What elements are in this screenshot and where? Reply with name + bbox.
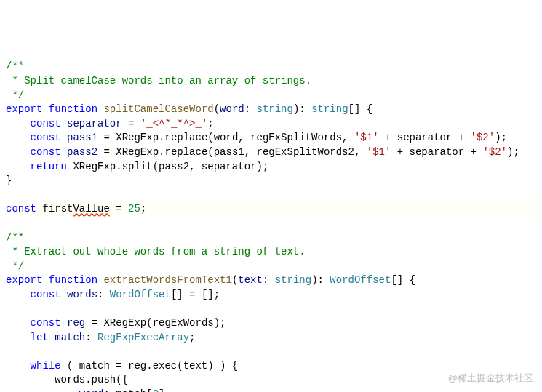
var-name: reg (67, 317, 85, 329)
string-literal: '_<^*_*^>_' (140, 118, 207, 129)
string-literal: '$1' (354, 132, 379, 143)
var-name: separator (67, 118, 122, 129)
keyword-export: export (6, 274, 42, 286)
string-literal: '$2' (482, 146, 507, 158)
expression: XRegExp.replace(word, regExSplitWords, (116, 132, 354, 143)
number-literal: 0 (153, 388, 159, 392)
param-name: word (220, 103, 244, 115)
keyword-function: function (49, 103, 97, 115)
keyword-const: const (6, 203, 36, 215)
keyword-export: export (6, 103, 42, 115)
comment-line: */ (6, 260, 24, 272)
comment-line: */ (6, 89, 24, 101)
operator: + separator + (379, 132, 471, 143)
watermark: @稀土掘金技术社区 (448, 372, 533, 385)
type-name: RegExpExecArray (97, 332, 189, 343)
keyword-return: return (31, 161, 67, 172)
expression: : match[ (103, 388, 152, 392)
string-literal: '$2' (471, 132, 495, 143)
type-name: WordOffset (330, 274, 391, 286)
operator: + separator + (391, 146, 482, 158)
var-name: firstVallue (42, 203, 109, 215)
keyword-const: const (31, 317, 61, 329)
number-literal: 25 (128, 203, 140, 215)
expression: = XRegExp(regExWords); (85, 317, 226, 329)
comment-line: /** (6, 232, 24, 244)
keyword-let: let (31, 332, 49, 343)
param-name: text (238, 274, 263, 286)
comment-line: * Extract out whole words from a string … (6, 246, 306, 257)
function-name: extractWordsFromText1 (103, 274, 231, 286)
var-name: words (67, 289, 97, 300)
expression: ( match = reg.exec(text) ) { (61, 360, 239, 372)
expression: XRegExp.replace(pass1, regExSplitWords2, (116, 146, 366, 158)
keyword-function: function (49, 274, 97, 286)
string-literal: '$1' (367, 146, 391, 158)
code-line: words.push({ (6, 374, 128, 385)
comment-line: * Split camelCase words into an array of… (6, 75, 311, 87)
keyword-const: const (31, 146, 61, 158)
keyword-while: while (31, 360, 61, 372)
type-name: WordOffset (110, 289, 171, 300)
prop-name: word (79, 388, 104, 392)
keyword-const: const (31, 289, 61, 300)
keyword-const: const (31, 118, 61, 129)
keyword-const: const (31, 132, 61, 143)
code-editor: /** * Split camelCase words into an arra… (6, 60, 536, 392)
var-name: pass2 (67, 146, 97, 158)
comment-line: /** (6, 60, 24, 72)
highlighted-line: const firstVallue = 25; (6, 202, 536, 217)
expression: XRegExp.split(pass2, separator); (67, 161, 268, 172)
function-name: splitCamelCaseWord (103, 103, 213, 115)
type-name: string (275, 274, 311, 286)
spell-error: Vallue (73, 203, 109, 215)
type-name: string (257, 103, 293, 115)
var-name: match (55, 332, 85, 343)
var-name: pass1 (67, 132, 97, 143)
type-name: string (311, 103, 348, 115)
